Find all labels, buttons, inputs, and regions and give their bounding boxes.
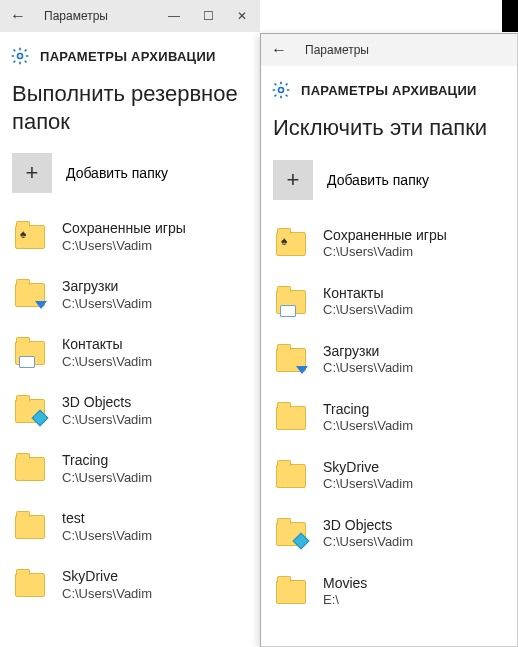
item-text: SkyDriveC:\Users\Vadim <box>62 568 152 602</box>
item-text: TracingC:\Users\Vadim <box>323 401 413 435</box>
section-title: ПАРАМЕТРЫ АРХИВАЦИИ <box>40 49 216 64</box>
item-name: Контакты <box>62 336 152 354</box>
settings-window-left: ← Параметры — ☐ ✕ ПАРАМЕТРЫ АРХИВАЦИИ Вы… <box>0 0 260 647</box>
plus-icon: + <box>26 160 39 186</box>
gear-icon <box>10 46 30 66</box>
item-text: КонтактыC:\Users\Vadim <box>323 285 413 319</box>
window-controls: — ☐ ✕ <box>166 9 256 23</box>
folder-icon <box>273 226 309 262</box>
item-name: Tracing <box>323 401 413 419</box>
item-text: TracingC:\Users\Vadim <box>62 452 152 486</box>
add-button[interactable]: + <box>12 153 52 193</box>
svg-point-1 <box>279 88 284 93</box>
list-item[interactable]: 3D ObjectsC:\Users\Vadim <box>265 508 513 566</box>
folder-list: Сохраненные игрыC:\Users\VadimЗагрузкиC:… <box>0 211 260 617</box>
item-name: Сохраненные игры <box>323 227 447 245</box>
item-name: SkyDrive <box>323 459 413 477</box>
item-path: C:\Users\Vadim <box>62 586 152 602</box>
titlebar[interactable]: ← Параметры <box>261 34 517 66</box>
add-label: Добавить папку <box>327 172 429 188</box>
window-title: Параметры <box>32 9 166 23</box>
folder-icon <box>273 458 309 494</box>
list-item[interactable]: 3D ObjectsC:\Users\Vadim <box>4 385 256 443</box>
minimize-button[interactable]: — <box>166 9 182 23</box>
section-header: ПАРАМЕТРЫ АРХИВАЦИИ <box>0 32 260 74</box>
item-text: КонтактыC:\Users\Vadim <box>62 336 152 370</box>
item-path: C:\Users\Vadim <box>62 412 152 428</box>
item-text: 3D ObjectsC:\Users\Vadim <box>323 517 413 551</box>
item-path: C:\Users\Vadim <box>323 244 447 260</box>
section-title: ПАРАМЕТРЫ АРХИВАЦИИ <box>301 83 477 98</box>
page-heading: Выполнить резервное папок <box>0 74 260 149</box>
svg-point-0 <box>18 54 23 59</box>
item-name: Сохраненные игры <box>62 220 186 238</box>
item-name: 3D Objects <box>323 517 413 535</box>
item-name: 3D Objects <box>62 394 152 412</box>
list-item[interactable]: Сохраненные игрыC:\Users\Vadim <box>4 211 256 269</box>
plus-icon: + <box>287 167 300 193</box>
item-path: C:\Users\Vadim <box>323 418 413 434</box>
folder-icon <box>12 451 48 487</box>
folder-icon <box>12 567 48 603</box>
folder-list: Сохраненные игрыC:\Users\VadimКонтактыC:… <box>261 218 517 624</box>
page-heading: Исключить эти папки <box>261 108 517 156</box>
add-label: Добавить папку <box>66 165 168 181</box>
list-item[interactable]: SkyDriveC:\Users\Vadim <box>265 450 513 508</box>
folder-icon <box>273 574 309 610</box>
maximize-button[interactable]: ☐ <box>200 9 216 23</box>
folder-icon <box>12 393 48 429</box>
section-header: ПАРАМЕТРЫ АРХИВАЦИИ <box>261 66 517 108</box>
item-path: C:\Users\Vadim <box>62 354 152 370</box>
list-item[interactable]: ЗагрузкиC:\Users\Vadim <box>4 269 256 327</box>
item-name: Movies <box>323 575 367 593</box>
list-item[interactable]: TracingC:\Users\Vadim <box>265 392 513 450</box>
item-path: C:\Users\Vadim <box>323 534 413 550</box>
item-path: C:\Users\Vadim <box>323 302 413 318</box>
folder-icon <box>273 400 309 436</box>
list-item[interactable]: MoviesE:\ <box>265 566 513 624</box>
list-item[interactable]: ЗагрузкиC:\Users\Vadim <box>265 334 513 392</box>
item-text: SkyDriveC:\Users\Vadim <box>323 459 413 493</box>
folder-icon <box>12 219 48 255</box>
list-item[interactable]: КонтактыC:\Users\Vadim <box>4 327 256 385</box>
folder-icon <box>273 516 309 552</box>
item-path: C:\Users\Vadim <box>62 470 152 486</box>
folder-icon <box>12 509 48 545</box>
back-icon[interactable]: ← <box>4 7 32 25</box>
item-text: ЗагрузкиC:\Users\Vadim <box>323 343 413 377</box>
folder-icon <box>273 342 309 378</box>
item-text: MoviesE:\ <box>323 575 367 609</box>
item-text: Сохраненные игрыC:\Users\Vadim <box>323 227 447 261</box>
list-item[interactable]: testC:\Users\Vadim <box>4 501 256 559</box>
back-icon[interactable]: ← <box>265 41 293 59</box>
item-name: Загрузки <box>323 343 413 361</box>
item-text: Сохраненные игрыC:\Users\Vadim <box>62 220 186 254</box>
item-name: Загрузки <box>62 278 152 296</box>
item-name: Tracing <box>62 452 152 470</box>
folder-icon <box>273 284 309 320</box>
item-path: C:\Users\Vadim <box>62 528 152 544</box>
folder-icon <box>12 335 48 371</box>
titlebar[interactable]: ← Параметры — ☐ ✕ <box>0 0 260 32</box>
item-text: testC:\Users\Vadim <box>62 510 152 544</box>
list-item[interactable]: Сохраненные игрыC:\Users\Vadim <box>265 218 513 276</box>
item-path: E:\ <box>323 592 367 608</box>
gear-icon <box>271 80 291 100</box>
list-item[interactable]: КонтактыC:\Users\Vadim <box>265 276 513 334</box>
item-name: SkyDrive <box>62 568 152 586</box>
item-text: 3D ObjectsC:\Users\Vadim <box>62 394 152 428</box>
item-name: test <box>62 510 152 528</box>
item-path: C:\Users\Vadim <box>62 238 186 254</box>
active-indicator <box>502 0 518 32</box>
close-button[interactable]: ✕ <box>234 9 250 23</box>
item-path: C:\Users\Vadim <box>323 360 413 376</box>
add-folder-row[interactable]: + Добавить папку <box>0 149 260 211</box>
list-item[interactable]: SkyDriveC:\Users\Vadim <box>4 559 256 617</box>
add-folder-row[interactable]: + Добавить папку <box>261 156 517 218</box>
add-button[interactable]: + <box>273 160 313 200</box>
window-title: Параметры <box>293 43 513 57</box>
list-item[interactable]: TracingC:\Users\Vadim <box>4 443 256 501</box>
folder-icon <box>12 277 48 313</box>
item-path: C:\Users\Vadim <box>62 296 152 312</box>
item-path: C:\Users\Vadim <box>323 476 413 492</box>
